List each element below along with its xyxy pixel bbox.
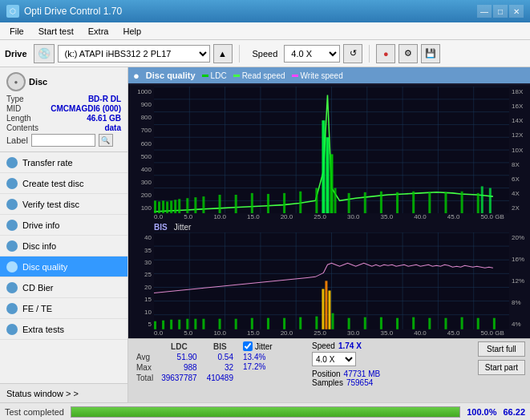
- svg-rect-47: [444, 192, 447, 213]
- svg-rect-28: [194, 197, 196, 213]
- svg-rect-83: [322, 289, 324, 329]
- minimize-button[interactable]: —: [477, 5, 492, 18]
- svg-rect-76: [219, 319, 221, 329]
- sidebar-item-disc-quality[interactable]: Disc quality: [0, 256, 127, 277]
- start-buttons: Start full Start part: [478, 341, 525, 375]
- title-bar: ⬡ Opti Drive Control 1.70 — □ ✕: [0, 0, 530, 22]
- svg-rect-31: [235, 195, 237, 213]
- svg-rect-69: [154, 321, 156, 329]
- svg-rect-50: [481, 186, 483, 213]
- transfer-rate-label: Transfer rate: [22, 158, 73, 168]
- status-window-label: Status window > >: [6, 389, 79, 398]
- speed-stat-label: Speed: [312, 341, 335, 350]
- svg-rect-34: [283, 193, 285, 213]
- svg-rect-22: [162, 200, 164, 213]
- nav-items: Transfer rate Create test disc Verify te…: [0, 152, 127, 383]
- svg-rect-84: [325, 281, 327, 329]
- length-label: Length: [6, 114, 31, 123]
- svg-rect-77: [235, 319, 237, 329]
- menu-extra[interactable]: Extra: [82, 25, 115, 38]
- sidebar-item-create-test-disc[interactable]: Create test disc: [0, 173, 127, 194]
- svg-rect-94: [461, 317, 463, 329]
- sidebar-item-drive-info[interactable]: Drive info: [0, 215, 127, 236]
- chart-title: Disc quality: [146, 71, 196, 80]
- progress-bar-outer: [71, 406, 460, 418]
- refresh-button[interactable]: ↺: [343, 44, 362, 63]
- menu-help[interactable]: Help: [116, 25, 148, 38]
- sidebar-item-fe-te[interactable]: FE / TE: [0, 298, 127, 319]
- eject-button[interactable]: ▲: [213, 44, 233, 63]
- position-stat-label: Position: [312, 370, 341, 378]
- svg-rect-35: [299, 192, 301, 213]
- stats-speed-select[interactable]: 4.0 X: [312, 352, 356, 366]
- sidebar-item-verify-test-disc[interactable]: Verify test disc: [0, 194, 127, 215]
- drive-icon-button[interactable]: 💿: [34, 44, 55, 63]
- sidebar-item-cd-bier[interactable]: CD Bier: [0, 277, 127, 298]
- start-part-button[interactable]: Start part: [478, 360, 525, 375]
- fe-te-label: FE / TE: [22, 304, 52, 313]
- bis-label: BIS: [154, 223, 168, 232]
- status-bar: Test completed 100.0% 66.22: [0, 402, 530, 420]
- svg-rect-91: [412, 317, 415, 329]
- svg-rect-40: [334, 188, 337, 214]
- svg-rect-27: [186, 198, 188, 213]
- sidebar: ● Disc Type BD-R DL MID CMCMAGDI6 (000) …: [0, 67, 128, 402]
- sidebar-item-extra-tests[interactable]: Extra tests: [0, 319, 127, 340]
- svg-rect-24: [170, 200, 172, 213]
- svg-rect-89: [380, 317, 382, 329]
- legend-write-speed: Write speed: [292, 71, 343, 80]
- main-content: ● Disc Type BD-R DL MID CMCMAGDI6 (000) …: [0, 67, 530, 402]
- label-icon-button[interactable]: 🔍: [99, 134, 113, 147]
- svg-rect-85: [328, 291, 330, 329]
- svg-rect-93: [444, 318, 447, 329]
- svg-rect-51: [489, 188, 492, 214]
- stats-panel: LDC BIS Avg 51.90 0.54 Max 988 32 Tota: [128, 338, 530, 402]
- sidebar-item-transfer-rate[interactable]: Transfer rate: [0, 152, 127, 173]
- chart-legend: LDC Read speed Write speed: [202, 71, 343, 80]
- svg-rect-92: [428, 318, 431, 329]
- settings-button[interactable]: ⚙: [399, 44, 418, 63]
- svg-rect-44: [396, 192, 399, 213]
- ldc-color: [202, 75, 208, 77]
- sidebar-item-disc-info[interactable]: Disc info: [0, 236, 127, 256]
- length-value: 46.61 GB: [87, 114, 121, 123]
- contents-value: data: [104, 123, 121, 132]
- status-window-button[interactable]: Status window > >: [0, 383, 127, 402]
- status-text: Test completed: [5, 407, 64, 417]
- top-y-axis-left: 1000900800700600500400300200100: [128, 87, 154, 213]
- jitter-label-text: Jitter: [255, 342, 273, 351]
- svg-rect-38: [326, 137, 329, 213]
- svg-rect-49: [477, 193, 479, 213]
- bottom-x-axis: 0.05.010.015.020.025.030.035.040.045.050…: [128, 329, 530, 337]
- progress-bar-inner: [71, 407, 459, 417]
- svg-rect-96: [493, 318, 496, 329]
- disc-header-label: Disc: [29, 77, 47, 87]
- save-button[interactable]: 💾: [421, 44, 440, 63]
- svg-rect-43: [380, 192, 382, 213]
- legend-ldc: LDC: [202, 71, 227, 80]
- maximize-button[interactable]: □: [493, 5, 508, 18]
- svg-rect-41: [348, 193, 350, 213]
- menu-start-test[interactable]: Start test: [32, 25, 80, 38]
- label-input[interactable]: [31, 134, 95, 147]
- speed-stat-value: 1.74 X: [338, 341, 362, 350]
- svg-rect-42: [364, 192, 366, 213]
- toolbar: Drive 💿 (k:) ATAPI iHBS312 2 PL17 ▲ Spee…: [0, 40, 530, 67]
- menu-file[interactable]: File: [3, 25, 30, 38]
- avg-ldc-val: 51.90: [156, 352, 202, 362]
- svg-rect-79: [267, 318, 269, 329]
- ldc-col-header: LDC: [156, 341, 202, 352]
- start-full-button[interactable]: Start full: [478, 341, 525, 357]
- jitter-checkbox[interactable]: [243, 341, 253, 351]
- disc-icon: ●: [6, 72, 26, 91]
- svg-rect-33: [267, 194, 269, 213]
- disc-button[interactable]: ●: [376, 44, 395, 63]
- drive-select[interactable]: (k:) ATAPI iHBS312 2 PL17: [58, 45, 210, 63]
- extra-tests-label: Extra tests: [22, 325, 64, 334]
- read-speed-color: [233, 75, 240, 77]
- svg-rect-32: [251, 193, 253, 213]
- speed-select[interactable]: 4.0 X: [284, 45, 340, 63]
- max-jitter-val: 17.2%: [243, 362, 307, 371]
- top-chart-svg: [154, 87, 509, 213]
- close-button[interactable]: ✕: [509, 5, 524, 18]
